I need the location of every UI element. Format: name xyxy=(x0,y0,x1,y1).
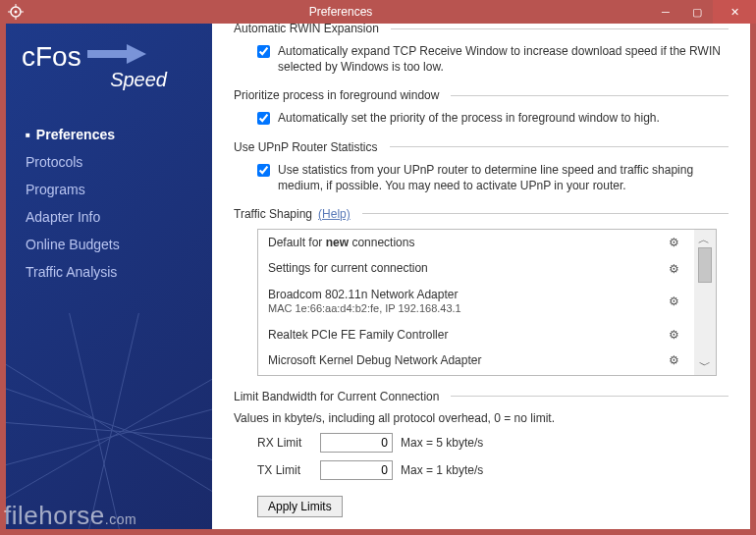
tx-input[interactable] xyxy=(320,460,393,480)
tx-limit-row: TX Limit Max = 1 kbyte/s xyxy=(234,460,729,480)
logo-text-top: cFos xyxy=(22,41,81,73)
preferences-window: Preferences ─ ▢ ✕ cFos Speed Preferences… xyxy=(0,0,756,535)
section-rwin-header: Automatic RWIN Expansion xyxy=(234,24,729,35)
scrollbar[interactable]: ︿ ﹀ xyxy=(694,230,716,375)
nav-adapter-info[interactable]: Adapter Info xyxy=(26,203,212,231)
shaping-help-link[interactable]: (Help) xyxy=(318,207,351,221)
adapter-row-default[interactable]: Default for new connections ⚙ xyxy=(258,230,694,255)
section-shaping-header: Traffic Shaping (Help) xyxy=(234,207,729,221)
minimize-button[interactable]: ─ xyxy=(650,0,681,24)
shaping-header-text: Traffic Shaping xyxy=(234,207,312,221)
scroll-down-icon[interactable]: ﹀ xyxy=(699,359,711,371)
window-controls: ─ ▢ ✕ xyxy=(650,0,756,24)
nav-traffic-analysis[interactable]: Traffic Analysis xyxy=(26,258,212,286)
sidebar: cFos Speed Preferences Protocols Program… xyxy=(6,24,212,529)
arrow-icon xyxy=(87,42,146,66)
bandwidth-subtext: Values in kbyte/s, including all protoco… xyxy=(234,411,729,425)
titlebar: Preferences ─ ▢ ✕ xyxy=(0,0,756,24)
svg-line-11 xyxy=(65,313,124,529)
decorative-lines xyxy=(6,313,212,529)
section-bandwidth-header: Limit Bandwidth for Current Connection xyxy=(234,390,729,403)
nav-protocols[interactable]: Protocols xyxy=(26,148,212,176)
rwin-label: Automatically expand TCP Receive Window … xyxy=(278,43,729,75)
adapter-row-realtek[interactable]: Realtek PCIe FE Family Controller ⚙ xyxy=(258,322,694,348)
svg-point-1 xyxy=(15,11,18,14)
maximize-button[interactable]: ▢ xyxy=(681,0,713,24)
nav-preferences[interactable]: Preferences xyxy=(26,121,212,148)
rwin-checkbox[interactable] xyxy=(257,45,270,58)
rx-input[interactable] xyxy=(320,433,393,453)
adapter-list: Default for new connections ⚙ Settings f… xyxy=(258,230,694,375)
gear-icon[interactable]: ⚙ xyxy=(669,328,684,342)
foreground-checkbox[interactable] xyxy=(257,112,270,125)
adapter-row-current[interactable]: Settings for current connection ⚙ xyxy=(258,255,694,281)
rwin-checkbox-row: Automatically expand TCP Receive Window … xyxy=(234,43,729,75)
nav: Preferences Protocols Programs Adapter I… xyxy=(6,121,212,286)
nav-online-budgets[interactable]: Online Budgets xyxy=(26,231,212,258)
gear-icon[interactable]: ⚙ xyxy=(669,236,684,249)
section-foreground-header: Prioritize process in foreground window xyxy=(234,88,729,102)
tx-label: TX Limit xyxy=(257,463,312,477)
gear-icon[interactable]: ⚙ xyxy=(669,353,684,367)
logo: cFos Speed xyxy=(6,24,212,101)
gear-icon[interactable]: ⚙ xyxy=(669,294,684,308)
foreground-label: Automatically set the priority of the pr… xyxy=(278,110,729,126)
apply-limits-button[interactable]: Apply Limits xyxy=(257,496,343,517)
window-title: Preferences xyxy=(31,5,650,19)
scroll-thumb[interactable] xyxy=(698,247,712,283)
upnp-checkbox[interactable] xyxy=(257,164,270,177)
rx-label: RX Limit xyxy=(257,436,312,450)
rx-max: Max = 5 kbyte/s xyxy=(401,436,483,450)
scroll-up-icon[interactable]: ︿ xyxy=(698,234,712,245)
foreground-checkbox-row: Automatically set the priority of the pr… xyxy=(234,110,729,126)
upnp-checkbox-row: Use statistics from your UPnP router to … xyxy=(234,162,729,193)
svg-line-12 xyxy=(84,313,143,529)
tx-max: Max = 1 kbyte/s xyxy=(401,463,483,477)
app-icon xyxy=(8,4,24,20)
adapter-row-broadcom[interactable]: Broadcom 802.11n Network Adapter MAC 1e:… xyxy=(258,282,694,322)
gear-icon[interactable]: ⚙ xyxy=(669,262,684,276)
rx-limit-row: RX Limit Max = 5 kbyte/s xyxy=(234,433,729,453)
main-panel: Automatic RWIN Expansion Automatically e… xyxy=(212,24,750,529)
close-button[interactable]: ✕ xyxy=(713,0,756,24)
adapter-row-msdebug[interactable]: Microsoft Kernel Debug Network Adapter ⚙ xyxy=(258,348,694,373)
section-upnp-header: Use UPnP Router Statistics xyxy=(234,140,729,154)
adapter-list-box: Default for new connections ⚙ Settings f… xyxy=(257,229,717,376)
nav-programs[interactable]: Programs xyxy=(26,176,212,203)
upnp-label: Use statistics from your UPnP router to … xyxy=(278,162,729,193)
